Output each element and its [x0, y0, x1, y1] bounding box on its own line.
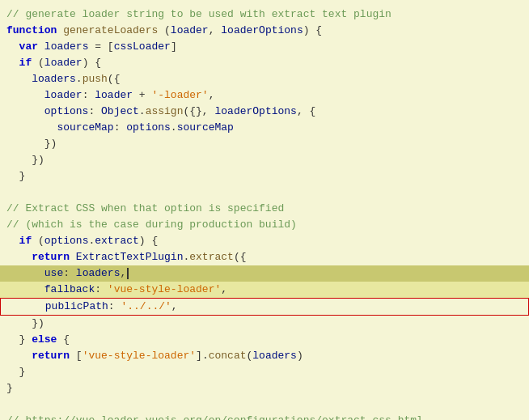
code-line-9: }): [0, 136, 529, 152]
code-line-25: [0, 397, 529, 413]
code-line-11: }: [0, 168, 529, 185]
keyword-function: function: [6, 23, 63, 39]
code-line-10: }): [0, 152, 529, 168]
function-name: generateLoaders: [63, 23, 158, 39]
code-line-8: sourceMap: options.sourceMap: [0, 120, 529, 136]
code-editor: // generate loader string to be used wit…: [0, 0, 529, 420]
code-line-1: // generate loader string to be used wit…: [0, 6, 529, 23]
code-line-5: loaders.push({: [0, 71, 529, 87]
code-line-7: options: Object.assign({}, loaderOptions…: [0, 104, 529, 120]
code-line-16: return ExtractTextPlugin.extract({: [0, 249, 529, 265]
code-line-3: var loaders = [cssLoader]: [0, 39, 529, 55]
code-line-2: function generateLoaders (loader, loader…: [0, 23, 529, 39]
code-line-12: [0, 185, 529, 201]
code-line-26: // https://vue-loader.vuejs.org/en/confi…: [0, 413, 529, 421]
code-line-13: // Extract CSS when that option is speci…: [0, 201, 529, 217]
code-line-22: return ['vue-style-loader'].concat(loade…: [0, 348, 529, 364]
code-line-17: use: loaders,: [0, 265, 529, 282]
code-line-23: }: [0, 364, 529, 380]
code-line-6: loader: loader + '-loader',: [0, 87, 529, 104]
comment-text: // generate loader string to be used wit…: [6, 6, 391, 23]
code-line-21: } else {: [0, 332, 529, 348]
code-line-24: }: [0, 380, 529, 397]
text-cursor: [127, 268, 129, 279]
code-line-14: // (which is the case during production …: [0, 217, 529, 233]
code-line-15: if (options.extract) {: [0, 233, 529, 249]
code-line-19: publicPath: '../../',: [0, 298, 529, 316]
code-line-18: fallback: 'vue-style-loader',: [0, 282, 529, 298]
code-line-20: }): [0, 316, 529, 332]
code-line-4: if (loader) {: [0, 55, 529, 71]
